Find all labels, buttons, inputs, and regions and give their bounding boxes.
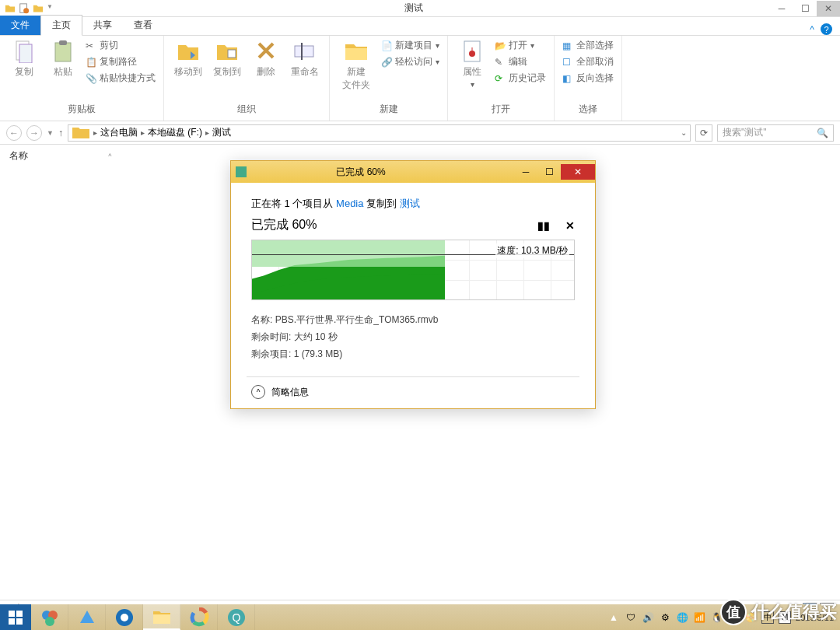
crumb-drive[interactable]: 本地磁盘 (F:): [148, 126, 202, 139]
back-button[interactable]: ←: [6, 125, 22, 141]
group-label: 选择: [562, 101, 614, 117]
tab-file[interactable]: 文件: [0, 16, 40, 35]
tab-view[interactable]: 查看: [123, 16, 163, 35]
dialog-title: 已完成 60%: [208, 166, 514, 179]
svg-rect-7: [295, 46, 313, 57]
tray-up-icon[interactable]: ▲: [607, 611, 620, 624]
delete-button[interactable]: 删除: [250, 39, 282, 79]
recent-dropdown[interactable]: ▼: [47, 129, 54, 137]
tray-icon[interactable]: 🌐: [676, 611, 688, 624]
paste-button[interactable]: 粘贴: [47, 39, 79, 79]
brief-info-toggle[interactable]: ^ 简略信息: [251, 385, 575, 399]
taskbar-app-3[interactable]: [106, 604, 143, 630]
taskbar-explorer[interactable]: [143, 604, 180, 630]
svg-point-20: [121, 614, 128, 621]
speed-graph: 速度: 10.3 MB/秒: [251, 240, 575, 300]
invert-selection-button[interactable]: ◧反向选择: [562, 72, 614, 85]
new-folder-button[interactable]: 新建 文件夹: [338, 39, 375, 92]
dialog-maximize-button[interactable]: ☐: [537, 164, 561, 180]
dialog-minimize-button[interactable]: ─: [514, 164, 537, 180]
dialog-close-button[interactable]: ✕: [561, 164, 595, 180]
start-button[interactable]: [0, 604, 31, 630]
taskbar-app-2[interactable]: [68, 604, 106, 630]
breadcrumb[interactable]: ▸ 这台电脑 ▸ 本地磁盘 (F:) ▸ 测试 ⌄: [68, 124, 691, 142]
qa-new-icon[interactable]: [19, 3, 30, 14]
search-input[interactable]: 搜索"测试" 🔍: [717, 124, 834, 142]
svg-rect-3: [19, 44, 32, 63]
help-icon[interactable]: ?: [821, 23, 832, 35]
select-none-button[interactable]: ☐全部取消: [562, 55, 614, 68]
open-button[interactable]: 📂打开 ▾: [495, 39, 546, 52]
address-dropdown[interactable]: ⌄: [681, 128, 687, 137]
pause-button[interactable]: ▮▮: [537, 219, 550, 232]
svg-rect-12: [9, 611, 15, 617]
minimize-button[interactable]: ─: [770, 1, 793, 16]
ribbon: 复制 粘贴 ✂剪切 📋复制路径 📎粘贴快捷方式 剪贴板 移动到 复制到 删除 重…: [0, 36, 840, 121]
window-title: 测试: [58, 2, 770, 15]
copy-to-icon: [215, 39, 240, 64]
dest-link[interactable]: 测试: [400, 198, 420, 209]
easy-access-button[interactable]: 🔗轻松访问 ▾: [381, 55, 439, 68]
window-titlebar: ▼ 测试 ─ ☐ ✕: [0, 0, 840, 17]
items-remaining: 1 (79.3 MB): [294, 348, 343, 359]
copy-button[interactable]: 复制: [8, 39, 40, 79]
new-item-button[interactable]: 📄新建项目 ▾: [381, 39, 439, 52]
move-to-button[interactable]: 移动到: [172, 39, 205, 79]
folder-icon: [33, 3, 44, 14]
dialog-titlebar[interactable]: 已完成 60% ─ ☐ ✕: [231, 161, 595, 183]
chevron-right-icon[interactable]: ▸: [93, 128, 97, 137]
chevron-right-icon[interactable]: ▸: [205, 128, 209, 137]
copy-path-button[interactable]: 📋复制路径: [86, 55, 156, 68]
close-button[interactable]: ✕: [817, 1, 840, 16]
search-placeholder: 搜索"测试": [723, 126, 767, 139]
group-label: 打开: [456, 101, 546, 117]
tab-share[interactable]: 共享: [82, 16, 123, 35]
folder-icon: [5, 3, 16, 14]
edit-button[interactable]: ✎编辑: [495, 55, 546, 68]
taskbar: Q ▲ 🛡 🔊 ⚙ 🌐 📶 🐧 🟥 📀 中 M 2019/5/11: [0, 604, 840, 630]
tray-icon[interactable]: 📶: [693, 611, 705, 624]
taskbar-app-4[interactable]: [180, 604, 218, 630]
taskbar-app-5[interactable]: Q: [218, 604, 255, 630]
history-button[interactable]: ⟳历史记录: [495, 72, 546, 85]
taskbar-app-1[interactable]: [31, 604, 68, 630]
source-link[interactable]: Media: [336, 198, 363, 209]
group-label: 组织: [172, 101, 321, 117]
tab-home[interactable]: 主页: [40, 15, 82, 36]
refresh-button[interactable]: ⟳: [695, 124, 712, 142]
tray-icon[interactable]: 🛡: [625, 611, 637, 624]
copy-icon: [12, 39, 37, 64]
time-remaining: 大约 10 秒: [294, 331, 338, 342]
copy-progress-dialog: 已完成 60% ─ ☐ ✕ 正在将 1 个项目从 Media 复制到 测试 已完…: [230, 160, 596, 409]
group-label: 剪贴板: [8, 101, 156, 117]
edit-icon: ✎: [495, 57, 506, 68]
copy-to-button[interactable]: 复制到: [211, 39, 243, 79]
chevron-right-icon[interactable]: ▸: [141, 128, 145, 137]
svg-rect-5: [59, 40, 67, 45]
qa-dropdown-icon[interactable]: ▼: [47, 3, 53, 14]
chevron-up-icon: ^: [251, 385, 265, 399]
ribbon-collapse-icon[interactable]: ^: [810, 24, 814, 35]
up-button[interactable]: ↑: [58, 128, 63, 138]
cut-button[interactable]: ✂剪切: [86, 39, 156, 52]
new-item-icon: 📄: [381, 40, 392, 51]
maximize-button[interactable]: ☐: [793, 1, 817, 16]
crumb-folder[interactable]: 测试: [212, 126, 231, 139]
properties-button[interactable]: 属性▾: [456, 39, 488, 89]
select-none-icon: ☐: [562, 57, 573, 68]
tray-icon[interactable]: ⚙: [659, 611, 671, 624]
new-folder-icon: [344, 39, 369, 64]
select-all-button[interactable]: ▦全部选择: [562, 39, 614, 52]
rename-icon: [292, 39, 317, 64]
paste-shortcut-button[interactable]: 📎粘贴快捷方式: [86, 72, 156, 85]
history-icon: ⟳: [495, 73, 506, 84]
rename-button[interactable]: 重命名: [289, 39, 321, 79]
group-label: 新建: [338, 101, 439, 117]
copy-operation-text: 正在将 1 个项目从 Media 复制到 测试: [251, 197, 575, 211]
address-bar: ← → ▼ ↑ ▸ 这台电脑 ▸ 本地磁盘 (F:) ▸ 测试 ⌄ ⟳ 搜索"测…: [0, 121, 840, 145]
tray-icon[interactable]: 🔊: [642, 611, 654, 624]
crumb-this-pc[interactable]: 这台电脑: [100, 126, 138, 139]
cancel-button[interactable]: ✕: [565, 219, 575, 232]
forward-button[interactable]: →: [26, 125, 42, 141]
svg-rect-13: [16, 611, 23, 617]
